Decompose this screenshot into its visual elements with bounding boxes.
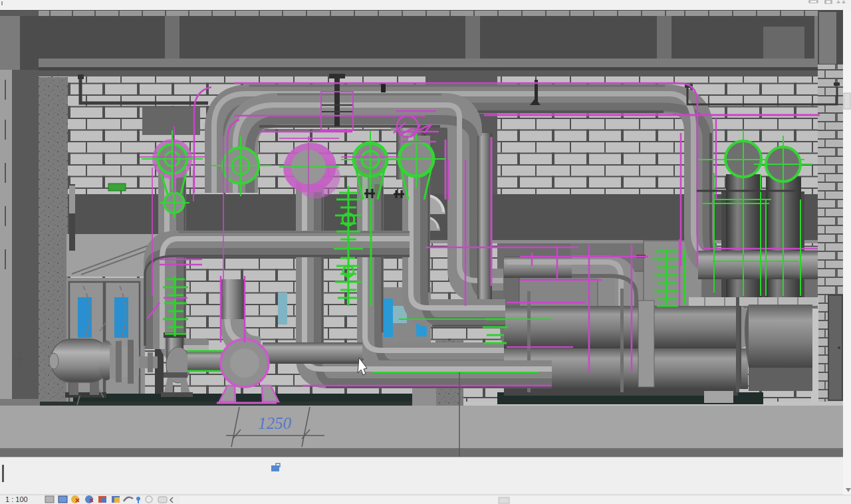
svg-text:1250: 1250	[258, 414, 292, 432]
svg-text:1 : 100: 1 : 100	[5, 495, 28, 503]
